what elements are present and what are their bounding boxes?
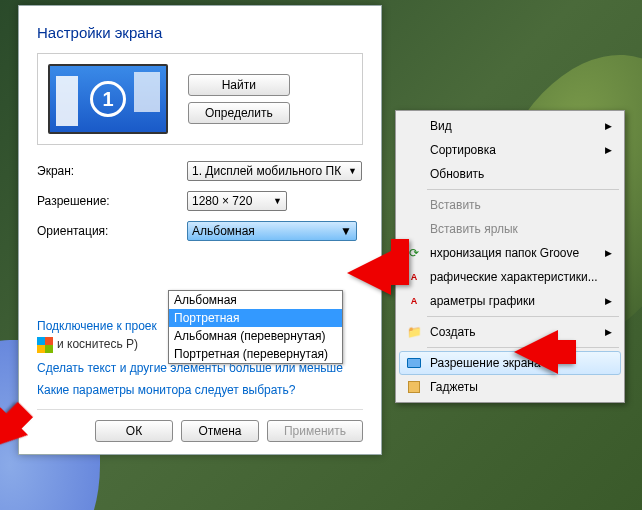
monitor-buttons-group: Найти Определить <box>188 74 290 124</box>
submenu-arrow-icon: ▶ <box>605 296 612 306</box>
menu-graphics-chars[interactable]: Aрафические характеристики... <box>399 265 621 289</box>
orientation-option-landscape-flipped[interactable]: Альбомная (перевернутая) <box>169 327 342 345</box>
find-button[interactable]: Найти <box>188 74 290 96</box>
ati-icon: A <box>406 293 422 309</box>
gadget-icon <box>406 379 422 395</box>
resolution-row: Разрешение: 1280 × 720 ▼ <box>37 191 363 211</box>
identify-button[interactable]: Определить <box>188 102 290 124</box>
submenu-arrow-icon: ▶ <box>605 327 612 337</box>
menu-screen-resolution[interactable]: Разрешение экрана <box>399 351 621 375</box>
menu-separator <box>427 316 619 317</box>
chevron-down-icon: ▼ <box>348 166 357 176</box>
screen-row: Экран: 1. Дисплей мобильного ПК ▼ <box>37 161 363 181</box>
dialog-footer: ОК Отмена Применить <box>37 409 363 442</box>
orientation-dropdown: Альбомная Портретная Альбомная (переверн… <box>168 290 343 364</box>
screen-select[interactable]: 1. Дисплей мобильного ПК ▼ <box>187 161 362 181</box>
desktop-context-menu: Вид▶ Сортировка▶ Обновить Вставить Встав… <box>395 110 625 403</box>
orientation-option-portrait[interactable]: Портретная <box>169 309 342 327</box>
chevron-down-icon: ▼ <box>340 224 352 238</box>
orientation-option-landscape[interactable]: Альбомная <box>169 291 342 309</box>
folder-icon: 📁 <box>406 324 422 340</box>
display-settings-dialog: Настройки экрана 1 Найти Определить Экра… <box>18 5 382 455</box>
menu-view[interactable]: Вид▶ <box>399 114 621 138</box>
menu-groove-sync[interactable]: ⟳нхронизация папок Groove▶ <box>399 241 621 265</box>
menu-new[interactable]: 📁Создать▶ <box>399 320 621 344</box>
resolution-select[interactable]: 1280 × 720 ▼ <box>187 191 287 211</box>
cancel-button[interactable]: Отмена <box>181 420 259 442</box>
orientation-select[interactable]: Альбомная ▼ <box>187 221 357 241</box>
orientation-option-portrait-flipped[interactable]: Портретная (перевернутая) <box>169 345 342 363</box>
dialog-title: Настройки экрана <box>37 24 363 41</box>
resolution-label: Разрешение: <box>37 194 187 208</box>
monitor-params-link[interactable]: Какие параметры монитора следует выбрать… <box>37 383 363 397</box>
submenu-arrow-icon: ▶ <box>605 145 612 155</box>
submenu-arrow-icon: ▶ <box>605 248 612 258</box>
submenu-arrow-icon: ▶ <box>605 121 612 131</box>
menu-paste-shortcut: Вставить ярлык <box>399 217 621 241</box>
monitor-preview[interactable]: 1 <box>48 64 168 134</box>
resolution-value: 1280 × 720 <box>192 194 252 208</box>
screen-label: Экран: <box>37 164 187 178</box>
monitor-icon <box>406 355 422 371</box>
menu-separator <box>427 189 619 190</box>
orientation-label: Ориентация: <box>37 224 187 238</box>
menu-paste: Вставить <box>399 193 621 217</box>
monitor-arrangement-box: 1 Найти Определить <box>37 53 363 145</box>
menu-sort[interactable]: Сортировка▶ <box>399 138 621 162</box>
orientation-row: Ориентация: Альбомная ▼ <box>37 221 363 241</box>
windows-flag-icon <box>37 337 53 353</box>
menu-gadgets[interactable]: Гаджеты <box>399 375 621 399</box>
screen-value: 1. Дисплей мобильного ПК <box>192 164 341 178</box>
apply-button: Применить <box>267 420 363 442</box>
menu-refresh[interactable]: Обновить <box>399 162 621 186</box>
monitor-number: 1 <box>90 81 126 117</box>
ok-button[interactable]: ОК <box>95 420 173 442</box>
chevron-down-icon: ▼ <box>273 196 282 206</box>
menu-graphics-params[interactable]: Aараметры графики▶ <box>399 289 621 313</box>
orientation-value: Альбомная <box>192 224 255 238</box>
